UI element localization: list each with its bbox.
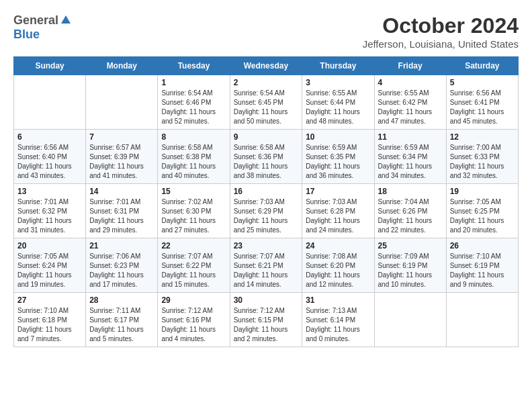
day-info-text: Daylight: 11 hours and 10 minutes.	[378, 271, 443, 289]
day-info-text: Daylight: 11 hours and 9 minutes.	[450, 271, 515, 289]
day-info-text: Sunrise: 7:11 AM	[89, 306, 154, 316]
day-header-saturday: Saturday	[446, 57, 518, 75]
day-header-tuesday: Tuesday	[158, 57, 230, 75]
day-number: 23	[234, 241, 299, 250]
day-info-text: Daylight: 11 hours and 7 minutes.	[17, 325, 82, 344]
calendar-cell: 28Sunrise: 7:11 AMSunset: 6:17 PMDayligh…	[86, 293, 158, 347]
day-header-thursday: Thursday	[302, 57, 374, 75]
day-info-text: Daylight: 11 hours and 27 minutes.	[161, 216, 226, 235]
day-info-text: Sunrise: 7:02 AM	[161, 197, 226, 207]
day-info-text: Sunset: 6:18 PM	[17, 316, 82, 325]
day-info-text: Sunrise: 6:54 AM	[161, 89, 226, 98]
day-info-text: Daylight: 11 hours and 43 minutes.	[17, 162, 82, 181]
day-info-text: Sunrise: 7:07 AM	[234, 252, 299, 261]
day-info-text: Daylight: 11 hours and 17 minutes.	[89, 271, 154, 289]
calendar-cell: 12Sunrise: 7:00 AMSunset: 6:33 PMDayligh…	[446, 130, 518, 184]
calendar-cell: 16Sunrise: 7:03 AMSunset: 6:29 PMDayligh…	[230, 184, 302, 238]
week-row-5: 27Sunrise: 7:10 AMSunset: 6:18 PMDayligh…	[14, 293, 519, 347]
calendar-cell: 25Sunrise: 7:09 AMSunset: 6:19 PMDayligh…	[374, 238, 446, 293]
day-number: 6	[17, 132, 82, 142]
day-number: 4	[378, 78, 443, 87]
day-info-text: Sunset: 6:26 PM	[378, 207, 443, 216]
day-number: 24	[306, 241, 370, 250]
day-info-text: Sunset: 6:23 PM	[89, 261, 154, 271]
title-area: October 2024 Jefferson, Louisiana, Unite…	[363, 13, 519, 50]
logo-triangle-icon	[60, 14, 71, 28]
day-info-text: Sunset: 6:38 PM	[161, 152, 226, 162]
day-number: 20	[17, 241, 82, 250]
day-info-text: Sunrise: 7:03 AM	[306, 197, 370, 207]
calendar-cell	[374, 293, 446, 347]
calendar-cell: 10Sunrise: 6:59 AMSunset: 6:35 PMDayligh…	[302, 130, 374, 184]
day-info-text: Daylight: 11 hours and 2 minutes.	[234, 325, 299, 344]
day-info-text: Sunset: 6:42 PM	[378, 98, 443, 107]
day-info-text: Sunset: 6:17 PM	[89, 316, 154, 325]
calendar-cell: 13Sunrise: 7:01 AMSunset: 6:32 PMDayligh…	[14, 184, 86, 238]
day-info-text: Sunset: 6:32 PM	[17, 207, 82, 216]
day-info-text: Sunset: 6:22 PM	[161, 261, 226, 271]
day-info-text: Sunrise: 7:06 AM	[89, 252, 154, 261]
day-info-text: Sunrise: 7:07 AM	[161, 252, 226, 261]
day-info-text: Daylight: 11 hours and 40 minutes.	[161, 162, 226, 181]
calendar-cell: 8Sunrise: 6:58 AMSunset: 6:38 PMDaylight…	[158, 130, 230, 184]
calendar-cell: 24Sunrise: 7:08 AMSunset: 6:20 PMDayligh…	[302, 238, 374, 293]
day-info-text: Daylight: 11 hours and 25 minutes.	[234, 216, 299, 235]
day-info-text: Daylight: 11 hours and 38 minutes.	[234, 162, 299, 181]
calendar-cell: 21Sunrise: 7:06 AMSunset: 6:23 PMDayligh…	[86, 238, 158, 293]
day-info-text: Sunrise: 7:12 AM	[234, 306, 299, 316]
day-info-text: Daylight: 11 hours and 5 minutes.	[89, 325, 154, 344]
calendar-subtitle: Jefferson, Louisiana, United States	[363, 38, 519, 50]
day-number: 17	[306, 187, 370, 196]
calendar-cell: 22Sunrise: 7:07 AMSunset: 6:22 PMDayligh…	[158, 238, 230, 293]
day-info-text: Sunset: 6:40 PM	[17, 152, 82, 162]
day-number: 9	[234, 132, 299, 142]
day-info-text: Daylight: 11 hours and 52 minutes.	[161, 107, 226, 126]
day-number: 19	[450, 187, 515, 196]
calendar-cell	[14, 75, 86, 130]
calendar-cell: 7Sunrise: 6:57 AMSunset: 6:39 PMDaylight…	[86, 130, 158, 184]
calendar-cell: 5Sunrise: 6:56 AMSunset: 6:41 PMDaylight…	[446, 75, 518, 130]
day-info-text: Sunrise: 7:08 AM	[306, 252, 370, 261]
day-info-text: Sunset: 6:28 PM	[306, 207, 370, 216]
day-info-text: Daylight: 11 hours and 19 minutes.	[17, 271, 82, 289]
day-number: 2	[234, 78, 299, 87]
day-info-text: Sunrise: 6:56 AM	[17, 143, 82, 152]
calendar-cell: 27Sunrise: 7:10 AMSunset: 6:18 PMDayligh…	[14, 293, 86, 347]
calendar-cell	[86, 75, 158, 130]
day-info-text: Sunset: 6:46 PM	[161, 98, 226, 107]
day-info-text: Sunrise: 7:10 AM	[17, 306, 82, 316]
day-info-text: Sunset: 6:45 PM	[234, 98, 299, 107]
day-info-text: Sunrise: 6:55 AM	[306, 89, 370, 98]
calendar-cell: 6Sunrise: 6:56 AMSunset: 6:40 PMDaylight…	[14, 130, 86, 184]
day-info-text: Daylight: 11 hours and 34 minutes.	[378, 162, 443, 181]
day-info-text: Daylight: 11 hours and 15 minutes.	[161, 271, 226, 289]
calendar-cell: 14Sunrise: 7:01 AMSunset: 6:31 PMDayligh…	[86, 184, 158, 238]
day-number: 14	[89, 187, 154, 196]
day-number: 16	[234, 187, 299, 196]
day-number: 3	[306, 78, 370, 87]
day-info-text: Sunrise: 6:59 AM	[306, 143, 370, 152]
day-info-text: Daylight: 11 hours and 0 minutes.	[306, 325, 370, 344]
calendar-cell: 11Sunrise: 6:59 AMSunset: 6:34 PMDayligh…	[374, 130, 446, 184]
day-info-text: Sunset: 6:33 PM	[450, 152, 515, 162]
day-info-text: Daylight: 11 hours and 32 minutes.	[450, 162, 515, 181]
logo-general: General	[13, 13, 58, 28]
week-row-2: 6Sunrise: 6:56 AMSunset: 6:40 PMDaylight…	[14, 130, 519, 184]
calendar-header-row: SundayMondayTuesdayWednesdayThursdayFrid…	[14, 57, 519, 75]
logo-blue: Blue	[13, 28, 40, 41]
day-info-text: Daylight: 11 hours and 45 minutes.	[450, 107, 515, 126]
day-header-friday: Friday	[374, 57, 446, 75]
day-info-text: Sunrise: 7:04 AM	[378, 197, 443, 207]
day-info-text: Sunrise: 7:01 AM	[17, 197, 82, 207]
day-info-text: Sunrise: 6:54 AM	[234, 89, 299, 98]
day-info-text: Daylight: 11 hours and 50 minutes.	[234, 107, 299, 126]
day-info-text: Daylight: 11 hours and 47 minutes.	[378, 107, 443, 126]
calendar-cell: 19Sunrise: 7:05 AMSunset: 6:25 PMDayligh…	[446, 184, 518, 238]
day-info-text: Sunset: 6:14 PM	[306, 316, 370, 325]
day-info-text: Daylight: 11 hours and 14 minutes.	[234, 271, 299, 289]
day-info-text: Daylight: 11 hours and 29 minutes.	[89, 216, 154, 235]
day-info-text: Sunset: 6:44 PM	[306, 98, 370, 107]
day-number: 15	[161, 187, 226, 196]
day-info-text: Sunset: 6:29 PM	[234, 207, 299, 216]
day-info-text: Sunrise: 7:09 AM	[378, 252, 443, 261]
